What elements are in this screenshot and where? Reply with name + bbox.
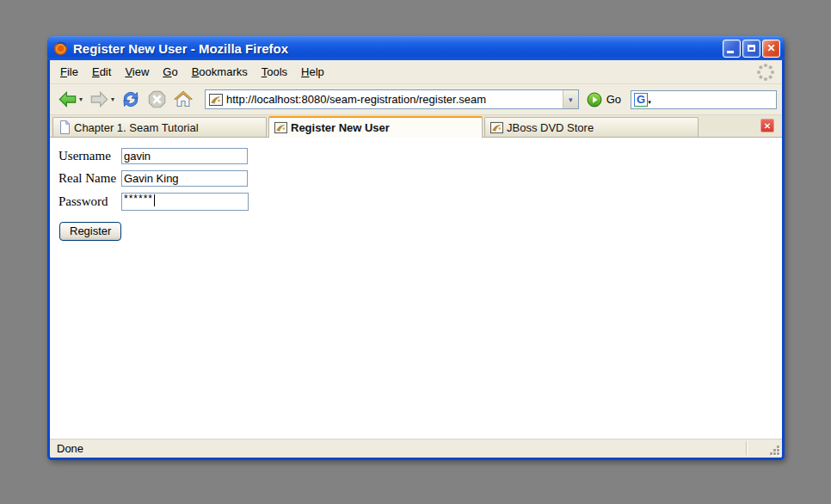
home-icon: [173, 89, 194, 109]
firefox-window: Register New User - Mozilla Firefox ✕ Fi…: [47, 36, 785, 460]
tab-label: Chapter 1. Seam Tutorial: [74, 121, 199, 134]
forward-button[interactable]: ▾: [87, 89, 116, 110]
tab-strip: Chapter 1. Seam Tutorial Register New Us…: [50, 115, 782, 138]
search-box[interactable]: G ▾: [631, 90, 777, 109]
reload-button[interactable]: [119, 89, 143, 110]
menu-bookmarks[interactable]: Bookmarks: [185, 63, 255, 81]
back-dropdown-icon[interactable]: ▾: [79, 95, 83, 103]
forward-icon: [89, 89, 110, 109]
titlebar[interactable]: Register New User - Mozilla Firefox ✕: [47, 36, 785, 60]
window-title: Register New User - Mozilla Firefox: [73, 41, 723, 56]
password-label: Password: [58, 194, 121, 209]
maximize-button[interactable]: [742, 40, 760, 58]
username-input[interactable]: [121, 148, 248, 164]
go-label[interactable]: Go: [606, 93, 621, 106]
go-button[interactable]: [587, 92, 602, 108]
search-input[interactable]: [655, 94, 788, 106]
minimize-button[interactable]: [723, 40, 741, 58]
password-input[interactable]: ******: [121, 193, 249, 211]
text-caret: [154, 194, 155, 206]
password-masked-value: ******: [124, 194, 153, 204]
resize-grip[interactable]: [769, 445, 780, 456]
document-icon: [58, 120, 71, 134]
menu-go[interactable]: Go: [156, 63, 184, 81]
page-favicon: [274, 121, 287, 134]
home-button[interactable]: [171, 89, 195, 110]
menu-file[interactable]: File: [53, 63, 85, 81]
tab-jboss-dvd-store[interactable]: JBoss DVD Store: [484, 117, 699, 137]
search-engine-dropdown-icon[interactable]: ▾: [648, 99, 651, 106]
close-icon: ✕: [766, 42, 775, 54]
menu-help[interactable]: Help: [294, 63, 331, 81]
menubar: File Edit View Go Bookmarks Tools Help: [50, 60, 782, 84]
chevron-down-icon: ▾: [569, 95, 573, 104]
status-text: Done: [57, 442, 83, 455]
register-button[interactable]: Register: [59, 222, 121, 241]
tab-register-new-user[interactable]: Register New User: [268, 116, 483, 138]
menu-view[interactable]: View: [118, 63, 156, 81]
status-bar: Done: [50, 438, 782, 458]
password-row: Password ******: [58, 193, 782, 211]
maximize-icon: [748, 45, 755, 52]
minimize-icon: [727, 51, 734, 53]
throbber-icon: [756, 63, 775, 82]
desktop: { "window": { "title": "Register New Use…: [0, 0, 831, 504]
forward-dropdown-icon[interactable]: ▾: [111, 95, 114, 103]
close-button[interactable]: ✕: [762, 40, 780, 58]
url-dropdown-button[interactable]: ▾: [563, 90, 578, 108]
close-icon: ✕: [764, 121, 771, 131]
tab-label: JBoss DVD Store: [507, 121, 594, 134]
username-label: Username: [58, 149, 121, 163]
firefox-logo-icon: [53, 41, 68, 56]
url-bar[interactable]: ▾: [205, 89, 579, 109]
tab-seam-tutorial[interactable]: Chapter 1. Seam Tutorial: [52, 117, 267, 137]
url-input[interactable]: [226, 91, 563, 108]
google-icon: G: [634, 93, 648, 107]
navigation-toolbar: ▾ ▾: [50, 84, 782, 115]
tab-close-button[interactable]: ✕: [760, 119, 774, 132]
stop-icon: [147, 89, 167, 109]
stop-button[interactable]: [145, 89, 169, 110]
real-name-input[interactable]: [121, 170, 248, 187]
page-content: Username Real Name Password ****** Regis…: [50, 138, 782, 438]
menu-tools[interactable]: Tools: [255, 63, 294, 81]
back-icon: [57, 89, 78, 109]
real-name-label: Real Name: [58, 171, 121, 186]
back-button[interactable]: ▾: [55, 89, 84, 110]
page-favicon: [490, 121, 503, 134]
statusbar-separator: [746, 441, 748, 455]
reload-icon: [120, 89, 141, 109]
tab-label: Register New User: [291, 121, 390, 134]
menu-edit[interactable]: Edit: [85, 63, 118, 81]
real-name-row: Real Name: [58, 170, 782, 187]
username-row: Username: [58, 148, 782, 164]
page-favicon: [209, 93, 223, 107]
